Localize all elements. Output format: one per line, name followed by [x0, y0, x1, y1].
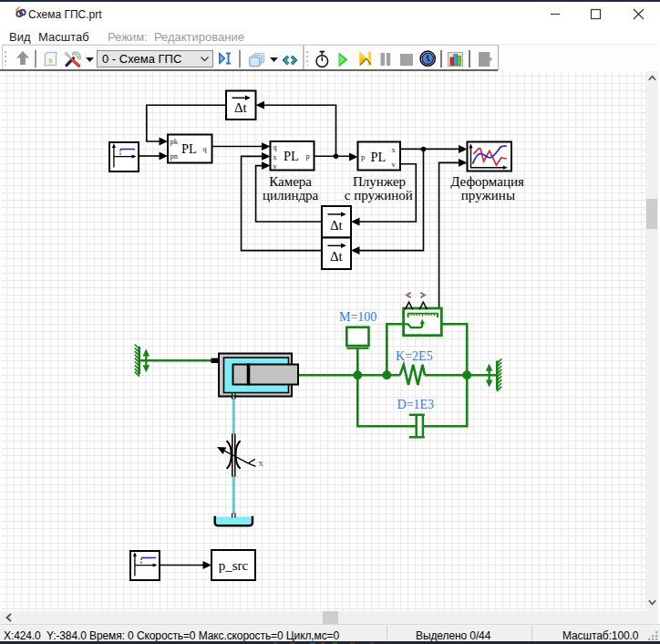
- svg-text:пружины: пружины: [461, 188, 515, 203]
- svg-text:Δt: Δt: [330, 249, 344, 264]
- svg-text:Деформация: Деформация: [450, 174, 524, 189]
- svg-text:с пружиной: с пружиной: [345, 188, 413, 203]
- svg-text:PL: PL: [371, 150, 387, 164]
- svg-text:Плунжер: Плунжер: [353, 174, 406, 189]
- svg-text:s: s: [49, 55, 53, 65]
- svg-text:Камера: Камера: [269, 174, 312, 189]
- svg-text:K=2E5: K=2E5: [396, 349, 433, 363]
- svg-text:D=1E3: D=1E3: [397, 398, 435, 411]
- svg-text:p: p: [361, 152, 365, 161]
- svg-text:M=100: M=100: [339, 310, 376, 324]
- svg-text:PL: PL: [181, 141, 197, 156]
- svg-text:PL: PL: [284, 149, 299, 163]
- svg-text:Δt: Δt: [330, 218, 344, 233]
- svg-text:Δt: Δt: [234, 100, 248, 115]
- svg-text:p_src: p_src: [219, 558, 249, 573]
- svg-text:pn: pn: [170, 151, 179, 161]
- svg-text:pk: pk: [170, 137, 179, 146]
- svg-text:x: x: [259, 457, 264, 468]
- svg-text:цилиндра: цилиндра: [263, 188, 319, 203]
- svg-text:p: p: [306, 151, 310, 161]
